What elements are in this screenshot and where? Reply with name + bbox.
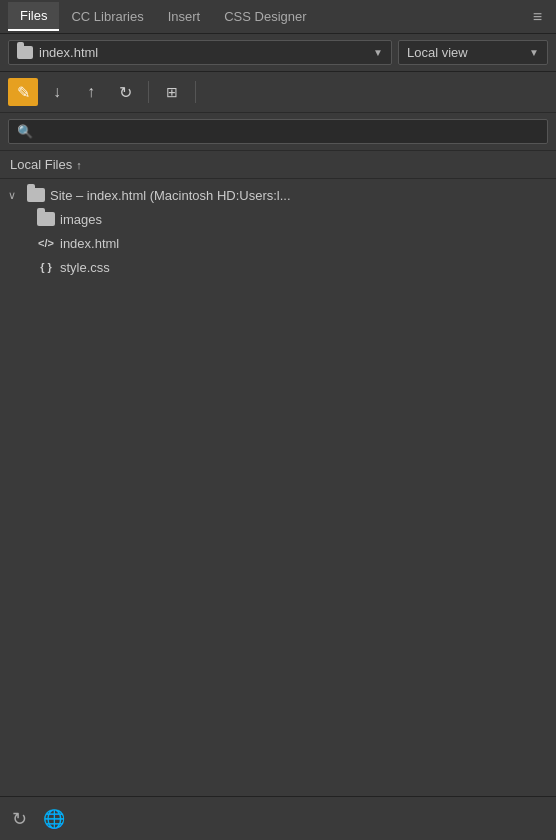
- sort-arrow-icon[interactable]: ↑: [76, 159, 82, 171]
- view-dropdown[interactable]: Local view ▼: [398, 40, 548, 65]
- tab-files[interactable]: Files: [8, 2, 59, 31]
- toolbar-separator: [148, 81, 149, 103]
- bottom-bar: ↻ 🌐: [0, 796, 556, 840]
- local-files-label: Local Files: [10, 157, 72, 172]
- folder-icon-site: [26, 187, 46, 203]
- get-button[interactable]: ↓: [42, 78, 72, 106]
- file-tree: ∨ Site – index.html (Macintosh HD:Users:…: [0, 179, 556, 283]
- tab-css-designer[interactable]: CSS Designer: [212, 3, 318, 30]
- upload-button[interactable]: ↑: [76, 78, 106, 106]
- globe-button[interactable]: 🌐: [43, 808, 65, 830]
- tab-bar: Files CC Libraries Insert CSS Designer ≡: [0, 0, 556, 34]
- search-box: 🔍: [8, 119, 548, 144]
- view-dropdown-label: Local view: [407, 45, 468, 60]
- search-row: 🔍: [0, 113, 556, 151]
- refresh-bottom-button[interactable]: ↻: [12, 808, 27, 830]
- tree-row-style[interactable]: { } style.css: [0, 255, 556, 279]
- file-dropdown[interactable]: index.html ▼: [8, 40, 392, 65]
- local-files-header: Local Files ↑: [0, 151, 556, 179]
- folder-icon: [17, 46, 33, 59]
- dropdown-row: index.html ▼ Local view ▼: [0, 34, 556, 72]
- tree-row-images[interactable]: images: [0, 207, 556, 231]
- site-label: Site – index.html (Macintosh HD:Users:l.…: [50, 188, 548, 203]
- tree-row-site[interactable]: ∨ Site – index.html (Macintosh HD:Users:…: [0, 183, 556, 207]
- toolbar-separator2: [195, 81, 196, 103]
- css-file-icon: { }: [36, 259, 56, 275]
- toolbar-row: ✎ ↓ ↑ ↻ ⊞: [0, 72, 556, 113]
- chevron-icon: ∨: [8, 189, 22, 202]
- images-label: images: [60, 212, 548, 227]
- tab-insert[interactable]: Insert: [156, 3, 213, 30]
- view-dropdown-arrow: ▼: [529, 47, 539, 58]
- expand-button[interactable]: ⊞: [157, 78, 187, 106]
- index-label: index.html: [60, 236, 548, 251]
- file-dropdown-arrow: ▼: [373, 47, 383, 58]
- tab-cc-libraries[interactable]: CC Libraries: [59, 3, 155, 30]
- search-icon: 🔍: [17, 124, 33, 139]
- style-label: style.css: [60, 260, 548, 275]
- panel-menu-icon[interactable]: ≡: [527, 4, 548, 30]
- file-dropdown-label: index.html: [39, 45, 98, 60]
- refresh-button[interactable]: ↻: [110, 78, 140, 106]
- html-file-icon: </>: [36, 235, 56, 251]
- search-input[interactable]: [39, 124, 539, 139]
- tree-row-index[interactable]: </> index.html: [0, 231, 556, 255]
- folder-icon-images: [36, 211, 56, 227]
- put-button[interactable]: ✎: [8, 78, 38, 106]
